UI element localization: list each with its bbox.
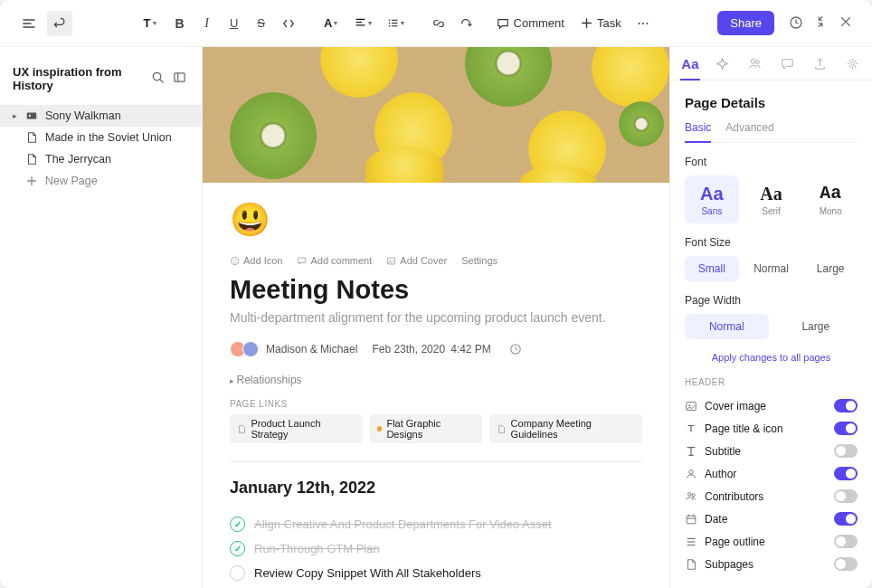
pagelink[interactable]: Flat Graphic Designs [370, 414, 482, 443]
fontsize-section-label: Font Size [685, 236, 858, 249]
todo-item: Review Copy Snippet With All Stakeholder… [230, 561, 642, 585]
font-option-serif[interactable]: AaSerif [744, 175, 799, 223]
sidebar-item-label: Made in the Soviet Union [45, 131, 172, 144]
page-date: Feb 23th, 2020 [372, 343, 445, 356]
details-panel: Aa Page Details Basic Advanced Font AaSa… [669, 47, 872, 588]
cover-image[interactable] [203, 47, 669, 183]
task-button[interactable]: Task [573, 13, 629, 33]
font-picker: AaSansAaSerifAaMono [685, 175, 858, 223]
italic-button[interactable]: I [194, 11, 220, 36]
date-heading[interactable]: January 12th, 2022 [230, 479, 642, 498]
toggle-switch[interactable] [834, 489, 858, 503]
toggle-switch[interactable] [834, 557, 858, 571]
new-page-label: New Page [45, 175, 98, 187]
svg-point-0 [389, 19, 391, 21]
svg-point-16 [390, 260, 391, 261]
pagewidth-option-normal[interactable]: Normal [685, 314, 769, 339]
svg-point-22 [688, 404, 690, 406]
close-icon[interactable] [839, 15, 856, 32]
todo-checkbox[interactable] [230, 517, 245, 532]
add-icon-button[interactable]: Add Icon [230, 255, 282, 266]
tab-ai[interactable] [706, 47, 739, 80]
subtab-basic[interactable]: Basic [685, 121, 711, 143]
page-settings-button[interactable]: Settings [461, 255, 498, 266]
header-section-label: HEADER [685, 377, 858, 387]
undo-button[interactable] [47, 11, 72, 36]
tab-people[interactable] [739, 47, 772, 80]
tab-settings[interactable] [836, 47, 868, 80]
text-style-dropdown[interactable]: T▾ [135, 11, 166, 36]
share-button[interactable]: Share [717, 11, 774, 35]
todo-checkbox[interactable] [230, 565, 245, 581]
underline-button[interactable]: U [222, 11, 247, 36]
font-option-mono[interactable]: AaMono [803, 175, 858, 223]
todo-text[interactable]: Review Copy Snippet With All Stakeholder… [254, 566, 481, 580]
authors-text: Madison & Michael [266, 343, 357, 356]
bold-button[interactable]: B [167, 11, 193, 36]
fontsize-option-small[interactable]: Small [685, 256, 739, 281]
tab-comments[interactable] [771, 47, 803, 80]
svg-point-19 [756, 60, 760, 63]
toggle-switch[interactable] [834, 399, 858, 413]
svg-point-24 [688, 492, 692, 496]
search-icon[interactable] [151, 71, 167, 87]
fontsize-option-normal[interactable]: Normal [744, 256, 799, 281]
page-subtitle[interactable]: Multi-department alignment for the upcom… [230, 310, 642, 325]
tab-text[interactable]: Aa [674, 47, 706, 80]
fontsize-option-large[interactable]: Large [803, 256, 858, 281]
toggle-switch[interactable] [834, 444, 858, 458]
toggle-switch[interactable] [834, 422, 858, 435]
todo-text[interactable]: Align Creative And Product Departments F… [254, 517, 552, 531]
new-page-button[interactable]: New Page [0, 170, 202, 192]
history-icon[interactable] [789, 15, 805, 32]
toggle-row: Page outline [685, 530, 858, 553]
page-title[interactable]: Meeting Notes [230, 275, 642, 305]
toggle-label: Subtitle [705, 445, 827, 458]
todo-text[interactable]: Run-Through GTM Plan [254, 542, 380, 555]
apply-all-link[interactable]: Apply changes to all pages [685, 352, 858, 363]
code-button[interactable] [276, 11, 301, 36]
svg-rect-8 [175, 73, 185, 81]
page-icon [685, 558, 697, 571]
add-comment-button[interactable]: Add comment [297, 255, 372, 266]
page-emoji[interactable]: 😃 [230, 201, 642, 239]
undo-arc-button[interactable] [453, 11, 479, 36]
author-avatars[interactable] [230, 341, 259, 357]
font-option-sans[interactable]: AaSans [685, 175, 739, 223]
align-dropdown[interactable]: ▾ [348, 11, 379, 36]
sidebar-item[interactable]: The Jerrycan [0, 148, 202, 170]
toggle-label: Date [705, 513, 827, 526]
text-color-dropdown[interactable]: A▾ [316, 11, 346, 36]
todo-checkbox[interactable] [230, 541, 245, 556]
sidebar-item[interactable]: Made in the Soviet Union [0, 127, 202, 148]
panel-toggle-icon[interactable] [173, 71, 189, 87]
pagelink-label: Company Meeting Guidelines [511, 418, 635, 440]
add-cover-button[interactable]: Add Cover [386, 255, 447, 266]
strikethrough-button[interactable]: S [249, 11, 274, 36]
divider [230, 461, 642, 462]
pagelink[interactable]: Company Meeting Guidelines [489, 414, 642, 443]
more-button[interactable] [630, 11, 656, 36]
list-dropdown[interactable]: ▾ [381, 11, 412, 36]
relationships-toggle[interactable]: Relationships [230, 368, 642, 392]
pagewidth-option-large[interactable]: Large [774, 314, 858, 339]
subtab-advanced[interactable]: Advanced [725, 121, 773, 142]
toggle-switch[interactable] [834, 535, 858, 548]
comment-button[interactable]: Comment [489, 13, 572, 33]
collapse-icon[interactable] [814, 15, 830, 32]
page-content: 😃 Add Icon Add comment Add Cover Setting… [203, 183, 669, 588]
svg-rect-14 [299, 258, 306, 263]
tab-export[interactable] [803, 47, 836, 80]
sidebar-item[interactable]: Sony Walkman [0, 105, 202, 127]
app-body: UX inspiration from History Sony Walkman… [0, 47, 872, 588]
panel-body: Page Details Basic Advanced Font AaSansA… [670, 81, 872, 588]
sidebar-actions [151, 71, 189, 87]
todo-list: Align Creative And Product Departments F… [230, 512, 642, 585]
menu-toggle-button[interactable] [16, 11, 42, 36]
link-button[interactable] [426, 11, 451, 36]
toggle-switch[interactable] [834, 467, 858, 480]
svg-point-7 [153, 72, 160, 80]
toggle-switch[interactable] [834, 512, 858, 526]
pagelink[interactable]: Product Launch Strategy [230, 414, 363, 443]
pagewidth-section-label: Page Width [685, 294, 858, 307]
